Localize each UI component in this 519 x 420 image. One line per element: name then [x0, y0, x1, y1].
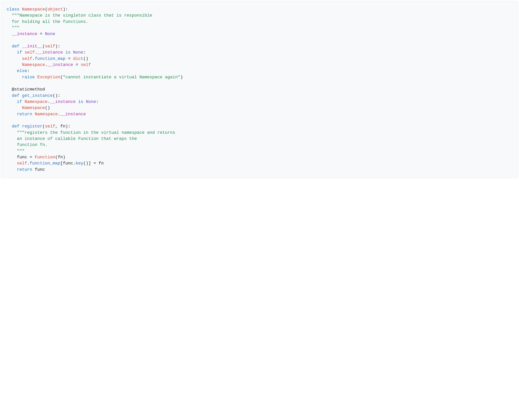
code-token: [7, 13, 12, 18]
code-token: [7, 62, 22, 67]
code-token: def: [12, 44, 22, 49]
code-content: class Namespace(object): """Namespace is…: [7, 6, 512, 173]
code-token: ()] =: [83, 161, 99, 166]
code-token: ): [63, 155, 65, 160]
code-token: [76, 99, 78, 104]
code-token: key: [76, 161, 83, 166]
code-token: :: [96, 99, 99, 104]
code-token: [63, 50, 65, 55]
code-token: ):: [55, 44, 60, 49]
code-token: :: [83, 50, 86, 55]
code-token: .: [45, 62, 47, 67]
code-token: __instance: [37, 50, 63, 55]
code-token: return: [17, 167, 35, 172]
code-token: =: [27, 155, 35, 160]
code-token: .: [58, 112, 60, 117]
code-token: [7, 142, 17, 147]
code-token: [7, 68, 17, 73]
code-token: [7, 112, 17, 117]
code-token: None: [86, 99, 96, 104]
code-token: raise: [22, 75, 37, 80]
code-token: (: [60, 75, 63, 80]
code-token: (: [42, 44, 45, 49]
code-token: [7, 136, 17, 141]
code-token: function_map: [35, 56, 65, 61]
code-token: if: [17, 50, 25, 55]
code-token: .: [73, 161, 76, 166]
code-token: fn: [60, 124, 65, 129]
code-token: self: [17, 161, 27, 166]
code-token: self: [22, 56, 32, 61]
code-token: """Namespace is the singleton class that…: [12, 13, 152, 18]
code-token: [7, 44, 12, 49]
code-token: fn: [99, 161, 104, 166]
code-token: [7, 19, 12, 24]
code-token: ,: [55, 124, 60, 129]
code-token: [7, 105, 22, 110]
code-token: None: [73, 50, 83, 55]
code-token: [7, 130, 17, 135]
code-token: func: [63, 161, 73, 166]
code-token: :: [27, 68, 30, 73]
code-token: =: [37, 31, 45, 36]
code-token: [7, 161, 17, 166]
code-token: .: [27, 161, 30, 166]
code-token: """registers the function in the virtual…: [17, 130, 175, 135]
code-token: ):: [65, 124, 71, 129]
code-token: def: [12, 93, 22, 98]
code-token: __instance: [12, 31, 37, 36]
code-token: func: [35, 167, 45, 172]
code-token: Exception: [37, 75, 60, 80]
code-token: """: [17, 149, 25, 154]
code-token: self: [81, 62, 91, 67]
code-token: """: [12, 25, 19, 30]
code-token: [83, 99, 86, 104]
code-token: (: [45, 7, 47, 12]
code-token: (): [45, 105, 50, 110]
code-token: __instance: [47, 62, 73, 67]
code-token: [: [60, 161, 63, 166]
code-token: self: [45, 124, 55, 129]
code-token: [7, 149, 17, 154]
code-token: is: [65, 50, 71, 55]
code-token: =: [73, 62, 81, 67]
code-token: (: [55, 155, 58, 160]
code-token: [7, 25, 12, 30]
code-token: ():: [53, 93, 60, 98]
code-token: function fn.: [17, 142, 48, 147]
code-token: [7, 56, 22, 61]
code-token: def: [12, 124, 22, 129]
code-token: object: [47, 7, 63, 12]
code-token: @staticmethod: [12, 87, 45, 92]
code-token: class: [7, 7, 22, 12]
code-token: [7, 50, 17, 55]
code-token: else: [17, 68, 27, 73]
code-token: (): [83, 56, 88, 61]
code-token: if: [17, 99, 25, 104]
code-token: fn: [58, 155, 63, 160]
code-token: __instance: [50, 99, 76, 104]
code-token: .: [32, 56, 35, 61]
code-token: Namespace: [22, 62, 45, 67]
code-token: [7, 155, 17, 160]
code-token: for holding all the functions.: [12, 19, 88, 24]
code-token: self: [25, 50, 35, 55]
code-token: (: [42, 124, 45, 129]
code-token: [71, 50, 73, 55]
code-block: class Namespace(object): """Namespace is…: [1, 1, 518, 178]
code-token: an instance of callable Function that wr…: [17, 136, 137, 141]
code-token: [7, 87, 12, 92]
code-token: [7, 75, 22, 80]
code-token: .: [47, 99, 50, 104]
code-token: =: [65, 56, 73, 61]
code-token: [7, 167, 17, 172]
code-token: [7, 124, 12, 129]
code-token: "cannot instantiate a virtual Namespace …: [63, 75, 180, 80]
code-token: None: [45, 31, 55, 36]
code-token: Namespace: [25, 99, 47, 104]
code-token: return: [17, 112, 35, 117]
code-token: __instance: [60, 112, 86, 117]
code-token: [7, 99, 17, 104]
code-token: [7, 31, 12, 36]
code-token: get_instance: [22, 93, 53, 98]
